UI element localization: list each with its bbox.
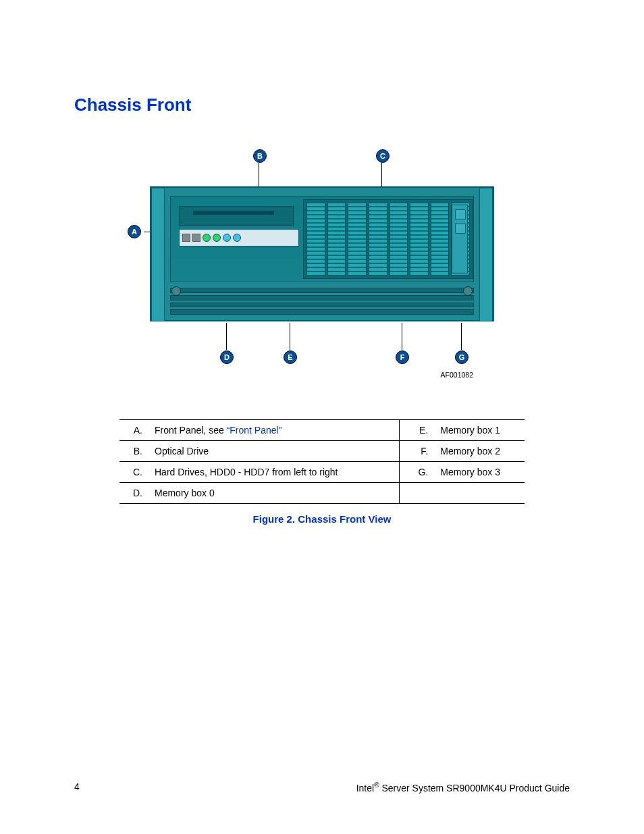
table-row: C. Hard Drives, HDD0 - HDD7 from left to…: [119, 462, 525, 483]
callout-letter-b: B: [253, 149, 267, 163]
panel-led: [203, 234, 211, 242]
panel-button: [182, 234, 190, 242]
callout-e: E: [284, 350, 297, 364]
table-row: B. Optical Drive F. Memory box 2: [119, 441, 525, 462]
footer-product: Intel® Server System SR9000MK4U Product …: [356, 781, 570, 793]
legend-table: A. Front Panel, see “Front Panel” E. Mem…: [119, 419, 525, 504]
section-heading: Chassis Front: [74, 95, 570, 115]
panel-button: [192, 234, 200, 242]
hdd-slot: [327, 203, 346, 276]
callout-letter-e: E: [284, 350, 297, 364]
registered-icon: ®: [374, 781, 379, 789]
front-panel-link[interactable]: “Front Panel”: [227, 425, 282, 436]
memory-box-2: [170, 303, 474, 308]
thumbscrew-icon: [463, 286, 473, 296]
legend-text: [436, 483, 525, 504]
callout-b: B: [253, 149, 267, 163]
page-footer: 4 Intel® Server System SR9000MK4U Produc…: [74, 781, 570, 793]
callout-f: F: [396, 350, 409, 364]
callout-c: C: [376, 149, 390, 163]
chassis-ear-right: [479, 188, 493, 321]
callout-line: [402, 323, 402, 350]
callout-letter-d: D: [220, 350, 234, 364]
legend-letter: A.: [119, 420, 151, 441]
callout-d: D: [220, 350, 234, 364]
legend-letter: F.: [400, 441, 437, 462]
legend-letter: [400, 483, 437, 504]
callout-g: G: [455, 350, 468, 364]
callout-line: [290, 323, 290, 350]
legend-text: Hard Drives, HDD0 - HDD7 from left to ri…: [151, 462, 400, 483]
legend-letter: D.: [119, 483, 151, 504]
front-panel: [179, 229, 299, 246]
chassis-body: [150, 186, 494, 321]
callout-line: [226, 323, 227, 350]
footer-product-name: Server System SR9000MK4U Product Guide: [379, 783, 570, 793]
legend-text: Memory box 3: [436, 462, 525, 483]
callout-letter-g: G: [455, 350, 468, 364]
legend-text-part: Front Panel, see: [155, 425, 227, 436]
hdd-slot: [306, 203, 325, 276]
thumbscrew-icon: [171, 286, 181, 296]
callout-letter-a: A: [128, 225, 141, 238]
hdd-slot: [390, 203, 408, 276]
legend-letter: G.: [400, 462, 437, 483]
panel-led: [213, 234, 221, 242]
legend-text: Optical Drive: [151, 441, 400, 462]
table-row: D. Memory box 0: [119, 483, 525, 504]
legend-letter: B.: [119, 441, 151, 462]
footer-brand: Intel: [356, 783, 374, 793]
memory-box-1: [170, 295, 474, 301]
legend-text: Front Panel, see “Front Panel”: [151, 420, 400, 441]
panel-led: [233, 234, 241, 242]
hdd-slot: [431, 203, 450, 276]
hdd-cage: [303, 199, 473, 279]
hdd-slot: [348, 203, 367, 276]
hdd-slot: [369, 203, 387, 276]
legend-text: Memory box 0: [151, 483, 400, 504]
callout-line: [461, 323, 462, 350]
legend-letter: E.: [400, 420, 437, 441]
callout-letter-f: F: [396, 350, 409, 364]
memory-box-0: [170, 288, 474, 293]
legend-letter: C.: [119, 462, 151, 483]
memory-box-3: [170, 309, 474, 315]
figure-caption: Figure 2. Chassis Front View: [74, 513, 570, 525]
figure-id: AF001082: [441, 371, 473, 379]
table-row: A. Front Panel, see “Front Panel” E. Mem…: [119, 420, 525, 441]
optical-drive: [179, 206, 294, 226]
memory-boxes: [170, 288, 474, 315]
panel-led: [223, 234, 231, 242]
hdd-slot: [410, 203, 429, 276]
upper-module: [170, 196, 474, 282]
legend-text: Memory box 1: [436, 420, 525, 441]
legend-text: Memory box 2: [436, 441, 525, 462]
callout-letter-c: C: [376, 149, 390, 163]
page-number: 4: [74, 781, 80, 793]
chassis-ear-left: [151, 188, 165, 321]
chassis-figure: B C A: [133, 149, 511, 379]
indicator-panel: [452, 205, 468, 273]
